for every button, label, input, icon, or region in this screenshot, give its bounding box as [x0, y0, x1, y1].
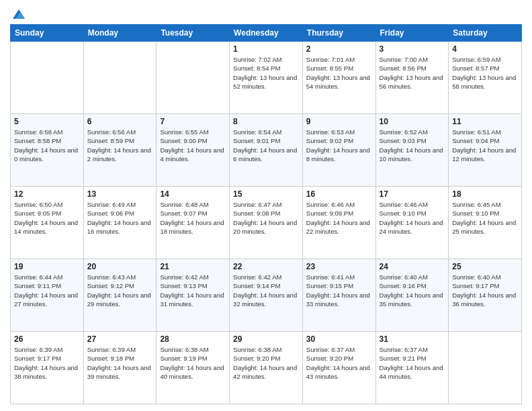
day-info: Sunrise: 6:58 AM Sunset: 8:58 PM Dayligh…: [14, 128, 80, 163]
day-info: Sunrise: 6:44 AM Sunset: 9:11 PM Dayligh…: [14, 273, 80, 308]
day-number: 28: [160, 334, 226, 344]
week-row-4: 19Sunrise: 6:44 AM Sunset: 9:11 PM Dayli…: [11, 259, 522, 332]
day-cell: 25Sunrise: 6:40 AM Sunset: 9:17 PM Dayli…: [449, 259, 522, 332]
day-info: Sunrise: 6:39 AM Sunset: 9:17 PM Dayligh…: [14, 345, 80, 381]
day-cell: 19Sunrise: 6:44 AM Sunset: 9:11 PM Dayli…: [11, 259, 84, 332]
day-cell: 4Sunrise: 6:59 AM Sunset: 8:57 PM Daylig…: [449, 42, 522, 114]
week-row-3: 12Sunrise: 6:50 AM Sunset: 9:05 PM Dayli…: [11, 187, 522, 259]
week-row-1: 1Sunrise: 7:02 AM Sunset: 8:54 PM Daylig…: [11, 42, 522, 114]
day-number: 9: [306, 117, 372, 126]
day-number: 13: [87, 189, 153, 199]
day-cell: 3Sunrise: 7:00 AM Sunset: 8:56 PM Daylig…: [375, 42, 449, 114]
day-cell: 18Sunrise: 6:45 AM Sunset: 9:10 PM Dayli…: [449, 187, 522, 259]
day-cell: 11Sunrise: 6:51 AM Sunset: 9:04 PM Dayli…: [449, 114, 522, 187]
day-cell: 15Sunrise: 6:47 AM Sunset: 9:08 PM Dayli…: [230, 187, 303, 259]
day-cell: 5Sunrise: 6:58 AM Sunset: 8:58 PM Daylig…: [11, 114, 84, 187]
day-number: 4: [452, 44, 518, 54]
day-cell: 9Sunrise: 6:53 AM Sunset: 9:02 PM Daylig…: [302, 114, 375, 187]
day-cell: [449, 332, 522, 404]
day-number: 6: [87, 117, 153, 126]
day-cell: 23Sunrise: 6:41 AM Sunset: 9:15 PM Dayli…: [302, 259, 375, 332]
day-info: Sunrise: 6:48 AM Sunset: 9:07 PM Dayligh…: [160, 200, 226, 236]
day-cell: 30Sunrise: 6:37 AM Sunset: 9:20 PM Dayli…: [302, 332, 375, 404]
day-number: 25: [452, 262, 518, 271]
header-cell-saturday: Saturday: [449, 25, 522, 42]
day-number: 11: [452, 117, 518, 126]
day-info: Sunrise: 6:40 AM Sunset: 9:17 PM Dayligh…: [452, 273, 518, 308]
day-cell: [11, 42, 84, 114]
day-number: 23: [306, 262, 372, 271]
day-cell: 14Sunrise: 6:48 AM Sunset: 9:07 PM Dayli…: [157, 187, 230, 259]
day-info: Sunrise: 7:00 AM Sunset: 8:56 PM Dayligh…: [380, 55, 445, 91]
day-number: 12: [14, 189, 80, 199]
day-cell: 6Sunrise: 6:56 AM Sunset: 8:59 PM Daylig…: [83, 114, 157, 187]
day-cell: 8Sunrise: 6:54 AM Sunset: 9:01 PM Daylig…: [230, 114, 303, 187]
day-number: 16: [306, 189, 372, 199]
day-cell: 29Sunrise: 6:38 AM Sunset: 9:20 PM Dayli…: [230, 332, 303, 404]
day-info: Sunrise: 6:38 AM Sunset: 9:20 PM Dayligh…: [233, 345, 299, 381]
day-info: Sunrise: 6:45 AM Sunset: 9:10 PM Dayligh…: [452, 200, 518, 236]
day-info: Sunrise: 6:55 AM Sunset: 9:00 PM Dayligh…: [160, 128, 226, 163]
day-info: Sunrise: 6:42 AM Sunset: 9:13 PM Dayligh…: [160, 273, 226, 308]
day-info: Sunrise: 6:46 AM Sunset: 9:10 PM Dayligh…: [380, 200, 445, 236]
day-number: 29: [233, 334, 299, 344]
day-number: 8: [233, 117, 299, 126]
day-cell: [83, 42, 157, 114]
day-info: Sunrise: 6:49 AM Sunset: 9:06 PM Dayligh…: [87, 200, 153, 236]
day-info: Sunrise: 6:37 AM Sunset: 9:20 PM Dayligh…: [306, 345, 372, 381]
day-cell: 22Sunrise: 6:42 AM Sunset: 9:14 PM Dayli…: [230, 259, 303, 332]
day-number: 15: [233, 189, 299, 199]
day-cell: 2Sunrise: 7:01 AM Sunset: 8:55 PM Daylig…: [302, 42, 375, 114]
day-info: Sunrise: 6:38 AM Sunset: 9:19 PM Dayligh…: [160, 345, 226, 381]
header-cell-friday: Friday: [375, 25, 449, 42]
day-info: Sunrise: 6:53 AM Sunset: 9:02 PM Dayligh…: [306, 128, 372, 163]
week-row-2: 5Sunrise: 6:58 AM Sunset: 8:58 PM Daylig…: [11, 114, 522, 187]
day-cell: 31Sunrise: 6:37 AM Sunset: 9:21 PM Dayli…: [375, 332, 449, 404]
day-number: 2: [306, 44, 372, 54]
day-cell: 7Sunrise: 6:55 AM Sunset: 9:00 PM Daylig…: [157, 114, 230, 187]
day-info: Sunrise: 6:59 AM Sunset: 8:57 PM Dayligh…: [452, 55, 518, 91]
day-number: 27: [87, 334, 153, 344]
day-cell: 16Sunrise: 6:46 AM Sunset: 9:09 PM Dayli…: [302, 187, 375, 259]
day-number: 3: [380, 44, 445, 54]
week-row-5: 26Sunrise: 6:39 AM Sunset: 9:17 PM Dayli…: [11, 332, 522, 404]
day-info: Sunrise: 6:56 AM Sunset: 8:59 PM Dayligh…: [87, 128, 153, 163]
day-info: Sunrise: 6:54 AM Sunset: 9:01 PM Dayligh…: [233, 128, 299, 163]
day-number: 22: [233, 262, 299, 271]
day-number: 10: [380, 117, 445, 126]
day-cell: 26Sunrise: 6:39 AM Sunset: 9:17 PM Dayli…: [11, 332, 84, 404]
logo: [10, 7, 26, 19]
page: SundayMondayTuesdayWednesdayThursdayFrid…: [0, 0, 532, 411]
day-number: 19: [14, 262, 80, 271]
day-cell: 24Sunrise: 6:40 AM Sunset: 9:16 PM Dayli…: [375, 259, 449, 332]
header-cell-sunday: Sunday: [11, 25, 84, 42]
day-cell: 21Sunrise: 6:42 AM Sunset: 9:13 PM Dayli…: [157, 259, 230, 332]
day-cell: 28Sunrise: 6:38 AM Sunset: 9:19 PM Dayli…: [157, 332, 230, 404]
day-number: 18: [452, 189, 518, 199]
day-info: Sunrise: 6:52 AM Sunset: 9:03 PM Dayligh…: [380, 128, 445, 163]
day-number: 5: [14, 117, 80, 126]
header-row: SundayMondayTuesdayWednesdayThursdayFrid…: [11, 25, 522, 42]
header-cell-monday: Monday: [83, 25, 157, 42]
day-info: Sunrise: 6:47 AM Sunset: 9:08 PM Dayligh…: [233, 200, 299, 236]
header-cell-thursday: Thursday: [302, 25, 375, 42]
day-info: Sunrise: 6:40 AM Sunset: 9:16 PM Dayligh…: [380, 273, 445, 308]
day-number: 7: [160, 117, 226, 126]
day-number: 24: [380, 262, 445, 271]
day-number: 26: [14, 334, 80, 344]
day-number: 1: [233, 44, 299, 54]
logo-icon: [11, 7, 26, 21]
day-cell: 13Sunrise: 6:49 AM Sunset: 9:06 PM Dayli…: [83, 187, 157, 259]
day-info: Sunrise: 6:41 AM Sunset: 9:15 PM Dayligh…: [306, 273, 372, 308]
day-number: 21: [160, 262, 226, 271]
day-number: 31: [380, 334, 445, 344]
calendar-table: SundayMondayTuesdayWednesdayThursdayFrid…: [10, 24, 522, 404]
day-info: Sunrise: 6:50 AM Sunset: 9:05 PM Dayligh…: [14, 200, 80, 236]
day-cell: 27Sunrise: 6:39 AM Sunset: 9:18 PM Dayli…: [83, 332, 157, 404]
day-info: Sunrise: 6:42 AM Sunset: 9:14 PM Dayligh…: [233, 273, 299, 308]
day-info: Sunrise: 7:02 AM Sunset: 8:54 PM Dayligh…: [233, 55, 299, 91]
day-number: 17: [380, 189, 445, 199]
day-cell: 17Sunrise: 6:46 AM Sunset: 9:10 PM Dayli…: [375, 187, 449, 259]
day-cell: [157, 42, 230, 114]
day-info: Sunrise: 6:51 AM Sunset: 9:04 PM Dayligh…: [452, 128, 518, 163]
